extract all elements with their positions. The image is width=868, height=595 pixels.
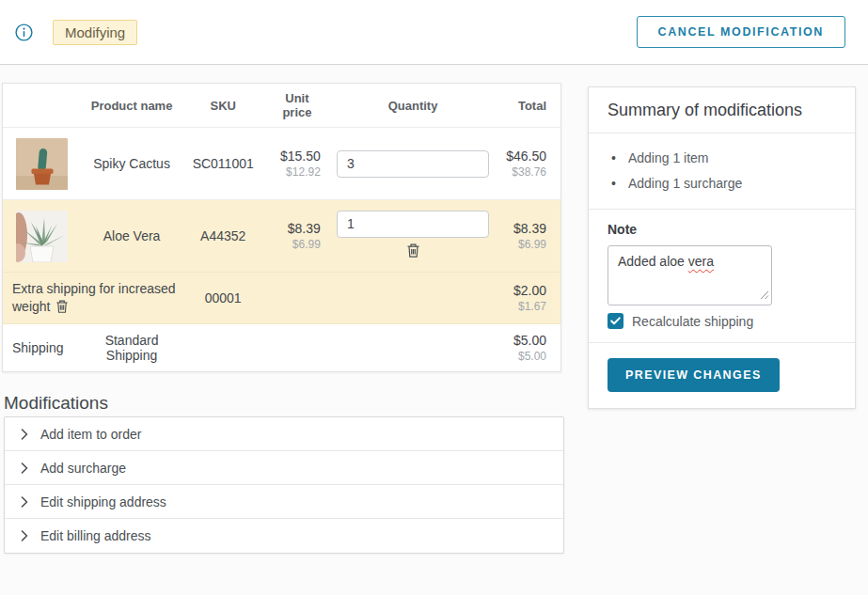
product-name: Aloe Vera <box>87 228 177 243</box>
table-row-aloe-vera: Aloe Vera A44352 $8.39 $6.99 <box>3 200 560 273</box>
note-text-misspelled: vera <box>688 254 714 269</box>
surcharge-sku: 00001 <box>176 290 270 305</box>
accordion-label: Add item to order <box>40 427 141 442</box>
recalculate-shipping-label: Recalculate shipping <box>632 314 753 329</box>
accordion-add-item-to-order[interactable]: Add item to order <box>5 417 563 451</box>
column-header-unit-price: Unit price <box>270 91 328 119</box>
accordion-edit-billing-address[interactable]: Edit billing address <box>5 519 563 553</box>
note-textarea[interactable]: Added aloe vera <box>608 245 772 305</box>
order-modification-page: Modifying CANCEL MODIFICATION Product na… <box>0 0 868 595</box>
accordion-add-surcharge[interactable]: Add surcharge <box>5 451 563 485</box>
remove-surcharge-button[interactable] <box>55 299 69 314</box>
unit-price: $8.39 <box>270 221 321 236</box>
summary-panel: Summary of modifications Adding 1 item A… <box>588 86 856 409</box>
row-total-secondary: $1.67 <box>492 300 546 313</box>
row-total: $46.50 <box>492 149 546 164</box>
table-row-spiky-cactus: Spiky Cactus SC011001 $15.50 $12.92 $46.… <box>3 128 560 200</box>
recalculate-shipping-checkbox[interactable] <box>608 313 623 329</box>
accordion-label: Edit billing address <box>40 528 151 543</box>
row-total: $2.00 <box>492 283 546 298</box>
table-header-row: Product name SKU Unit price Quantity Tot… <box>3 84 560 128</box>
product-image-aloe-vera <box>16 211 68 262</box>
note-section: Note Added aloe vera Recalculate shippin… <box>589 210 855 342</box>
remove-item-button[interactable] <box>406 243 420 258</box>
unit-price: $15.50 <box>270 149 321 164</box>
shipping-label: Shipping <box>3 340 87 355</box>
surcharge-label: Extra shipping for increased weight <box>12 281 176 314</box>
preview-changes-button[interactable]: PREVIEW CHANGES <box>608 358 780 392</box>
quantity-input[interactable] <box>337 150 489 178</box>
unit-price-secondary: $6.99 <box>270 238 321 251</box>
cancel-modification-button[interactable]: CANCEL MODIFICATION <box>637 16 845 48</box>
column-header-sku: SKU <box>176 99 270 113</box>
trash-icon <box>406 243 420 258</box>
textarea-resize-handle-icon[interactable] <box>760 288 769 303</box>
chevron-right-icon <box>21 429 28 440</box>
chevron-right-icon <box>21 496 28 508</box>
row-total-secondary: $38.76 <box>492 165 546 179</box>
product-name: Spiky Cactus <box>87 156 177 171</box>
top-status-bar: Modifying CANCEL MODIFICATION <box>0 0 868 65</box>
info-icon[interactable] <box>15 23 33 41</box>
trash-icon <box>55 299 69 314</box>
accordion-label: Add surcharge <box>40 461 126 476</box>
row-total: $8.39 <box>492 221 546 236</box>
summary-title: Summary of modifications <box>589 87 855 133</box>
chevron-right-icon <box>21 462 28 474</box>
product-sku: SC011001 <box>176 156 270 171</box>
accordion-label: Edit shipping address <box>40 494 166 509</box>
summary-list: Adding 1 item Adding 1 surcharge <box>589 133 855 210</box>
check-icon <box>610 317 621 325</box>
modifications-accordion: Add item to order Add surcharge Edit shi… <box>4 416 564 554</box>
quantity-input[interactable] <box>337 211 489 238</box>
summary-item: Adding 1 surcharge <box>611 171 836 196</box>
modifications-heading: Modifications <box>4 393 108 414</box>
row-total-secondary: $5.00 <box>492 350 546 363</box>
column-header-quantity: Quantity <box>328 99 492 113</box>
shipping-method: Standard Shipping <box>87 333 177 363</box>
unit-price-secondary: $12.92 <box>270 165 321 179</box>
note-text: Added aloe <box>618 254 688 269</box>
product-sku: A44352 <box>176 228 270 243</box>
note-label: Note <box>608 222 836 237</box>
summary-item: Adding 1 item <box>611 146 836 171</box>
status-badge: Modifying <box>53 20 137 45</box>
row-total: $5.00 <box>492 333 546 348</box>
table-row-surcharge: Extra shipping for increased weight 0000… <box>3 273 560 324</box>
row-total-secondary: $6.99 <box>492 238 546 251</box>
order-items-table: Product name SKU Unit price Quantity Tot… <box>2 83 561 372</box>
product-image-spiky-cactus <box>16 138 68 190</box>
accordion-edit-shipping-address[interactable]: Edit shipping address <box>5 485 563 519</box>
column-header-total: Total <box>492 99 560 113</box>
table-row-shipping: Shipping Standard Shipping $5.00 $5.00 <box>3 324 560 371</box>
chevron-right-icon <box>21 530 28 541</box>
column-header-product-name: Product name <box>87 99 177 113</box>
